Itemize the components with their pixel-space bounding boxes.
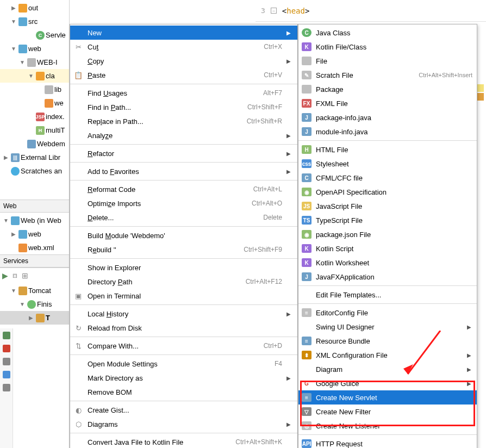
menu-item-label: Local History: [88, 310, 278, 318]
web-panel-header[interactable]: Web: [0, 200, 69, 213]
web-xml[interactable]: web.xml: [0, 241, 69, 254]
fold-icon[interactable]: −: [271, 8, 277, 14]
context-menu-item[interactable]: Delete...Delete: [70, 210, 297, 225]
new-submenu-item[interactable]: ≡Resource Bundle: [298, 334, 477, 348]
file-type-icon: G: [302, 379, 311, 388]
context-menu-item[interactable]: Rebuild ''Ctrl+Shift+F9: [70, 242, 297, 257]
context-menu-item[interactable]: ⬡Diagrams▶: [70, 417, 297, 431]
new-submenu-item[interactable]: CCFML/CFC file: [298, 171, 477, 185]
tree-item-webxml[interactable]: we: [0, 96, 69, 110]
file-type-icon: API: [302, 439, 311, 448]
new-submenu-item[interactable]: JJavaFXApplication: [298, 270, 477, 284]
file-type-icon: H: [302, 145, 311, 154]
services-tomcat[interactable]: Tomcat: [0, 284, 69, 297]
new-submenu-item[interactable]: KKotlin Script: [298, 241, 477, 256]
context-menu-item[interactable]: Refactor▶: [70, 146, 297, 160]
context-menu-item[interactable]: Directory PathCtrl+Alt+F12: [70, 275, 297, 289]
submenu-label: Kotlin File/Class: [316, 43, 472, 51]
context-menu-item[interactable]: 📋PasteCtrl+V: [70, 68, 297, 82]
new-submenu-item[interactable]: ≡Create New Servlet: [298, 390, 477, 405]
context-menu-item[interactable]: ▣Open in Terminal: [70, 289, 297, 303]
context-menu-item[interactable]: ↻Reload from Disk: [70, 321, 297, 335]
new-submenu-item[interactable]: APIHTTP Request: [298, 437, 477, 448]
new-submenu-item[interactable]: ◉package.json File: [298, 227, 477, 241]
tree-item-extlib[interactable]: |||External Libr: [0, 151, 69, 164]
new-submenu-item[interactable]: Swing UI Designer▶: [298, 320, 477, 334]
menu-item-label: Replace in Path...: [88, 117, 242, 126]
tree-item-webdemo[interactable]: Webdem: [0, 137, 69, 151]
editor-code[interactable]: <head>: [282, 7, 310, 15]
menu-item-shortcut: Ctrl+X: [264, 43, 282, 51]
context-menu-item[interactable]: Local History▶: [70, 307, 297, 321]
new-submenu-item[interactable]: Edit File Templates...: [298, 288, 477, 302]
context-menu-item[interactable]: ◐Create Gist...: [70, 403, 297, 417]
new-submenu-item[interactable]: ◎Create New Listener: [298, 419, 477, 433]
context-menu-item[interactable]: Add to Favorites▶: [70, 164, 297, 178]
new-submenu-item[interactable]: KKotlin Worksheet: [298, 256, 477, 270]
new-submenu-item[interactable]: ✎Scratch FileCtrl+Alt+Shift+Insert: [298, 68, 477, 82]
context-menu-item[interactable]: New▶: [70, 26, 297, 40]
tree-item-index[interactable]: JSPindex.: [0, 110, 69, 123]
context-menu-item[interactable]: Find UsagesAlt+F7: [70, 86, 297, 100]
context-menu-item[interactable]: Build Module 'Webdemo': [70, 228, 297, 242]
tree-item-classes[interactable]: cla: [0, 69, 69, 83]
tool-gutter-icon[interactable]: [3, 371, 10, 378]
context-menu-item[interactable]: Show in Explorer: [70, 260, 297, 275]
new-submenu-item[interactable]: ▽Create New Filter: [298, 405, 477, 419]
submenu-label: Stylesheet: [316, 160, 472, 168]
submenu-label: HTML File: [316, 146, 472, 154]
new-submenu-item[interactable]: ≡EditorConfig File: [298, 306, 477, 320]
new-submenu-item[interactable]: GGoogle Guice▶: [298, 376, 477, 390]
web-folder[interactable]: web: [0, 227, 69, 241]
tree-item-out[interactable]: out: [0, 1, 69, 15]
services-panel-header[interactable]: Services: [0, 254, 69, 267]
context-menu-item[interactable]: Optimize ImportsCtrl+Alt+O: [70, 196, 297, 210]
tree-item-lib[interactable]: lib: [0, 83, 69, 96]
debug-gutter-icon[interactable]: [3, 345, 10, 352]
submenu-arrow-icon: ▶: [467, 381, 472, 387]
context-menu-item[interactable]: Reformat CodeCtrl+Alt+L: [70, 182, 297, 196]
new-submenu-item[interactable]: FXFXML File: [298, 96, 477, 110]
context-menu-item[interactable]: Open Module SettingsF4: [70, 357, 297, 371]
context-menu-item[interactable]: Analyze▶: [70, 128, 297, 142]
tree-item-servlet[interactable]: CServle: [0, 28, 69, 42]
menu-item-label: Cut: [88, 43, 259, 51]
new-submenu-item[interactable]: ◉OpenAPI Specification: [298, 185, 477, 199]
xml-file-icon: [18, 244, 27, 252]
context-menu-item[interactable]: Mark Directory as▶: [70, 371, 297, 385]
more-gutter-icon[interactable]: [3, 384, 10, 391]
tree-item-scratches[interactable]: Scratches an: [0, 164, 69, 178]
context-menu-item[interactable]: Convert Java File to Kotlin FileCtrl+Alt…: [70, 435, 297, 448]
context-menu-item[interactable]: ⇅Compare With...Ctrl+D: [70, 339, 297, 353]
context-menu-item[interactable]: ✂CutCtrl+X: [70, 40, 297, 54]
new-submenu-item[interactable]: HHTML File: [298, 142, 477, 157]
context-menu-item[interactable]: Find in Path...Ctrl+Shift+F: [70, 100, 297, 114]
run-gutter-icon[interactable]: [3, 332, 10, 339]
tree-item-multit[interactable]: HmultiT: [0, 123, 69, 137]
new-submenu-item[interactable]: TSTypeScript File: [298, 213, 477, 227]
new-submenu-item[interactable]: File: [298, 54, 477, 68]
context-menu-item[interactable]: Replace in Path...Ctrl+Shift+R: [70, 114, 297, 128]
context-menu-item[interactable]: Copy▶: [70, 54, 297, 68]
new-submenu-item[interactable]: Jpackage-info.java: [298, 110, 477, 125]
filter-icon[interactable]: ⧈: [13, 271, 17, 280]
tree-item-src[interactable]: src: [0, 15, 69, 28]
run-icon[interactable]: ▶: [2, 271, 8, 280]
context-menu-item[interactable]: Remove BOM: [70, 385, 297, 399]
services-task[interactable]: T: [0, 311, 69, 325]
new-submenu-item[interactable]: Package: [298, 82, 477, 96]
new-submenu-item[interactable]: cssStylesheet: [298, 157, 477, 171]
services-finish[interactable]: Finis: [0, 297, 69, 311]
web-root[interactable]: Web (in Web: [0, 214, 69, 227]
new-submenu-item[interactable]: Jmodule-info.java: [298, 125, 477, 139]
stop-gutter-icon[interactable]: [3, 358, 10, 365]
new-submenu-item[interactable]: ⬍XML Configuration File▶: [298, 348, 477, 362]
file-type-icon: TS: [302, 216, 311, 225]
new-submenu-item[interactable]: Diagram▶: [298, 362, 477, 376]
tree-item-web[interactable]: web: [0, 42, 69, 55]
new-submenu-item[interactable]: CJava Class: [298, 26, 477, 40]
new-submenu-item[interactable]: JSJavaScript File: [298, 199, 477, 213]
tree-icon[interactable]: ⊞: [22, 271, 28, 280]
new-submenu-item[interactable]: KKotlin File/Class: [298, 40, 477, 54]
tree-item-webinf[interactable]: WEB-I: [0, 55, 69, 69]
